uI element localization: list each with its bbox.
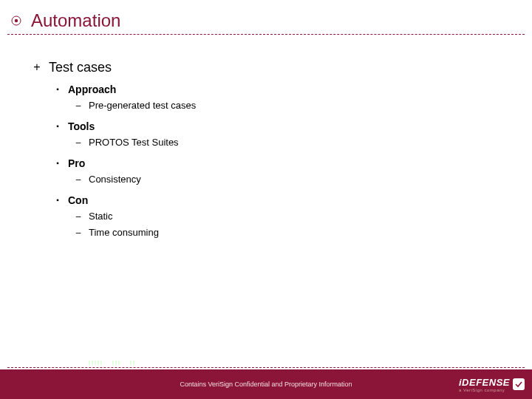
title-row: Automation (0, 10, 532, 31)
l3-text: Consistency (89, 173, 141, 186)
list-item: – Static (74, 210, 510, 223)
dash-icon: – (74, 210, 83, 223)
list-item: ▪ Pro (53, 157, 510, 170)
list-item: – Time consuming (74, 226, 510, 239)
l3-text: Static (89, 210, 113, 223)
l2-text: Pro (68, 157, 85, 170)
list-item: + Test cases (31, 59, 510, 75)
slide: Automation + Test cases ▪ Approach – Pre… (0, 0, 532, 399)
square-bullet-icon: ▪ (53, 157, 62, 170)
l1-text: Test cases (49, 59, 112, 75)
square-bullet-icon: ▪ (53, 83, 62, 96)
svg-point-1 (15, 19, 18, 22)
title-divider (7, 34, 525, 35)
list-item: – PROTOS Test Suites (74, 136, 510, 149)
logo-subtext: a VeriSign company (459, 388, 510, 392)
dash-icon: – (74, 99, 83, 112)
l2-text: Con (68, 194, 88, 207)
dash-icon: – (74, 173, 83, 186)
list-item: ▪ Con (53, 194, 510, 207)
square-bullet-icon: ▪ (53, 194, 62, 207)
content-area: + Test cases ▪ Approach – Pre-generated … (31, 59, 510, 241)
check-badge-icon (513, 378, 525, 390)
list-item: ▪ Approach (53, 83, 510, 96)
l3-text: Pre-generated test cases (89, 99, 196, 112)
target-icon (9, 13, 24, 28)
l3-text: PROTOS Test Suites (89, 136, 179, 149)
footer-bar: Contains VeriSign Confidential and Propr… (0, 369, 532, 399)
slide-title: Automation (31, 10, 120, 31)
l2-text: Approach (68, 83, 116, 96)
logo-text: iDEFENSE (459, 377, 510, 388)
decorative-ticks (89, 361, 281, 366)
idefense-logo: iDEFENSE a VeriSign company (429, 372, 525, 396)
list-item: – Consistency (74, 173, 510, 186)
l3-text: Time consuming (89, 226, 159, 239)
dash-icon: – (74, 226, 83, 239)
footer-divider (7, 367, 525, 368)
list-item: – Pre-generated test cases (74, 99, 510, 112)
l2-text: Tools (68, 120, 95, 133)
dash-icon: – (74, 136, 83, 149)
plus-icon: + (31, 59, 43, 75)
list-item: ▪ Tools (53, 120, 510, 133)
square-bullet-icon: ▪ (53, 120, 62, 133)
